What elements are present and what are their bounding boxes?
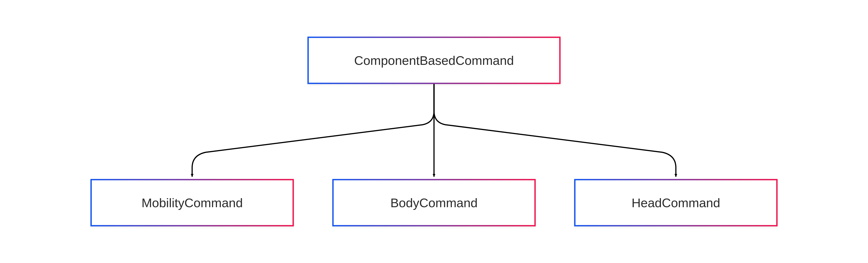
node-body: BodyCommand (332, 179, 536, 226)
node-mobility-label: MobilityCommand (142, 195, 243, 210)
node-mobility: MobilityCommand (90, 179, 294, 226)
edge-to-mobility (192, 84, 434, 177)
edge-to-head (434, 84, 676, 177)
node-root-label: ComponentBasedCommand (354, 53, 514, 68)
node-root: ComponentBasedCommand (307, 37, 561, 84)
node-head: HeadCommand (574, 179, 778, 226)
diagram-container: ComponentBasedCommand MobilityCommand Bo… (84, 28, 784, 235)
node-body-label: BodyCommand (391, 195, 477, 210)
node-head-label: HeadCommand (631, 195, 720, 210)
